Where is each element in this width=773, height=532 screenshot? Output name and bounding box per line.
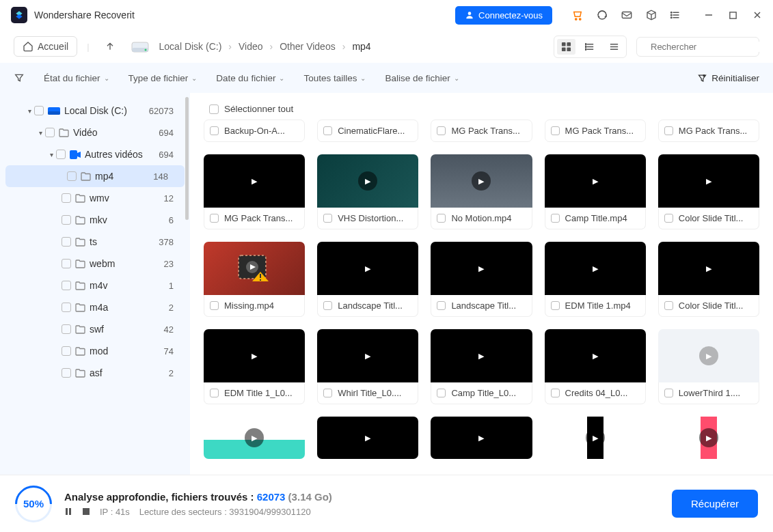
checkbox[interactable] (62, 237, 71, 247)
file-card[interactable]: ▶MG Pack Trans... (204, 154, 305, 229)
checkbox[interactable] (323, 214, 332, 223)
file-card[interactable]: ▶Camp Title_L0... (431, 329, 532, 404)
file-card[interactable]: ▶Camp Title.mp4 (545, 154, 646, 229)
file-card[interactable]: ▶Landscape Titl... (317, 242, 418, 317)
file-card[interactable]: ▶LowerThird 1.... (658, 329, 759, 404)
file-card[interactable]: CinematicFlare... (317, 120, 418, 142)
checkbox[interactable] (62, 259, 71, 268)
sidebar-item-vid-o[interactable]: ▾Vidéo694 (0, 122, 190, 143)
grid-view-button[interactable] (557, 39, 575, 55)
video-thumb[interactable]: ▶ (545, 417, 646, 459)
video-thumb[interactable]: ▶ (431, 242, 532, 295)
video-thumb[interactable]: ▶ (317, 242, 418, 295)
checkbox[interactable] (62, 303, 71, 312)
file-card[interactable]: ▶EDM Title 1.mp4 (545, 242, 646, 317)
filter-all-sizes[interactable]: Toutes tailles⌄ (303, 73, 366, 83)
filter-file-date[interactable]: Date du fichier⌄ (216, 73, 284, 83)
checkbox[interactable] (56, 150, 66, 159)
checkbox[interactable] (664, 389, 673, 397)
file-card[interactable]: ▶Credits 04_L0... (545, 329, 646, 404)
checkbox[interactable] (210, 126, 219, 135)
filter-icon[interactable] (14, 72, 25, 83)
recover-button[interactable]: Récupérer (672, 490, 758, 518)
checkbox[interactable] (437, 214, 446, 223)
checkbox[interactable] (437, 389, 446, 397)
filter-file-tag[interactable]: Balise de fichier⌄ (385, 73, 459, 83)
file-card[interactable]: ▶ (317, 417, 418, 459)
up-button[interactable] (99, 37, 121, 56)
sidebar-item-asf[interactable]: asf2 (0, 362, 190, 384)
breadcrumb-item-1[interactable]: Video (239, 41, 263, 52)
video-thumb[interactable]: ▶ (204, 417, 305, 459)
cart-icon[interactable] (571, 9, 584, 21)
checkbox[interactable] (62, 193, 71, 203)
checkbox[interactable] (323, 389, 332, 397)
video-thumb[interactable]: ▶ (317, 417, 418, 459)
search-input[interactable] (651, 42, 765, 52)
sidebar-item-mod[interactable]: mod74 (0, 340, 190, 362)
sidebar-item-autres-vid-os[interactable]: ▾Autres vidéos694 (0, 143, 190, 165)
file-card[interactable]: MG Pack Trans... (431, 120, 532, 142)
connect-button[interactable]: Connectez-vous (455, 6, 552, 25)
checkbox[interactable] (323, 301, 332, 310)
file-card[interactable]: ▶ (545, 417, 646, 459)
breadcrumb-item-3[interactable]: mp4 (352, 41, 370, 52)
select-all-row[interactable]: Sélectionner tout (204, 101, 759, 120)
file-card[interactable]: MG Pack Trans... (658, 120, 759, 142)
video-thumb[interactable]: ▶ (431, 417, 532, 459)
file-card[interactable]: ▶EDM Title 1_L0... (204, 329, 305, 404)
checkbox[interactable] (67, 171, 77, 181)
filter-file-state[interactable]: État du fichier⌄ (44, 73, 109, 83)
search-box[interactable] (636, 37, 759, 57)
checkbox[interactable] (62, 346, 71, 356)
expand-icon[interactable]: ▾ (25, 107, 34, 115)
stop-button[interactable] (82, 507, 90, 516)
box-icon[interactable] (645, 9, 657, 21)
sidebar-item-mkv[interactable]: mkv6 (0, 209, 190, 231)
video-thumb[interactable]: ▶ (317, 154, 418, 208)
video-thumb[interactable]: ▶ (545, 329, 646, 382)
checkbox[interactable] (210, 301, 219, 310)
checkbox[interactable] (62, 215, 71, 225)
list-view-button[interactable] (581, 39, 599, 55)
file-card[interactable]: ▶Missing.mp4 (204, 242, 305, 317)
file-card[interactable]: ▶VHS Distortion... (317, 154, 418, 229)
checkbox[interactable] (45, 128, 55, 137)
sidebar-item-wmv[interactable]: wmv12 (0, 187, 190, 209)
checkbox[interactable] (551, 389, 560, 397)
scrollbar[interactable] (185, 97, 189, 220)
file-card[interactable]: ▶Landscape Titl... (431, 242, 532, 317)
checkbox[interactable] (323, 126, 332, 135)
breadcrumb-item-2[interactable]: Other Videos (280, 41, 335, 52)
sidebar-item-ts[interactable]: ts378 (0, 231, 190, 253)
file-card[interactable]: MG Pack Trans... (545, 120, 646, 142)
file-card[interactable]: ▶Whirl Title_L0.... (317, 329, 418, 404)
checkbox[interactable] (551, 301, 560, 310)
expand-icon[interactable]: ▾ (36, 129, 45, 137)
select-all-checkbox[interactable] (209, 104, 219, 114)
sidebar-item-m4v[interactable]: m4v1 (0, 275, 190, 296)
checkbox[interactable] (437, 301, 446, 310)
menu-icon[interactable] (670, 9, 682, 21)
file-card[interactable]: ▶Color Slide Titl... (658, 242, 759, 317)
checkbox[interactable] (62, 324, 71, 334)
file-card[interactable]: ▶No Motion.mp4 (431, 154, 532, 229)
file-card[interactable]: ▶ (431, 417, 532, 459)
checkbox[interactable] (664, 126, 673, 135)
video-thumb[interactable]: ▶ (658, 417, 759, 459)
video-thumb[interactable]: ▶ (545, 154, 646, 208)
filter-file-type[interactable]: Type de fichier⌄ (128, 73, 198, 83)
reset-filters-button[interactable]: Réinitialiser (697, 73, 759, 83)
detail-view-button[interactable] (605, 39, 623, 55)
checkbox[interactable] (664, 214, 673, 223)
checkbox[interactable] (34, 106, 44, 115)
video-thumb[interactable]: ▶ (204, 242, 305, 295)
checkbox[interactable] (551, 126, 560, 135)
sidebar-item-mp4[interactable]: mp4148 (5, 165, 185, 187)
video-thumb[interactable]: ▶ (658, 154, 759, 208)
video-thumb[interactable]: ▶ (204, 154, 305, 208)
video-thumb[interactable]: ▶ (545, 242, 646, 295)
breadcrumb-item-0[interactable]: Local Disk (C:) (159, 41, 222, 52)
home-button[interactable]: Accueil (14, 36, 77, 57)
checkbox[interactable] (62, 281, 71, 290)
